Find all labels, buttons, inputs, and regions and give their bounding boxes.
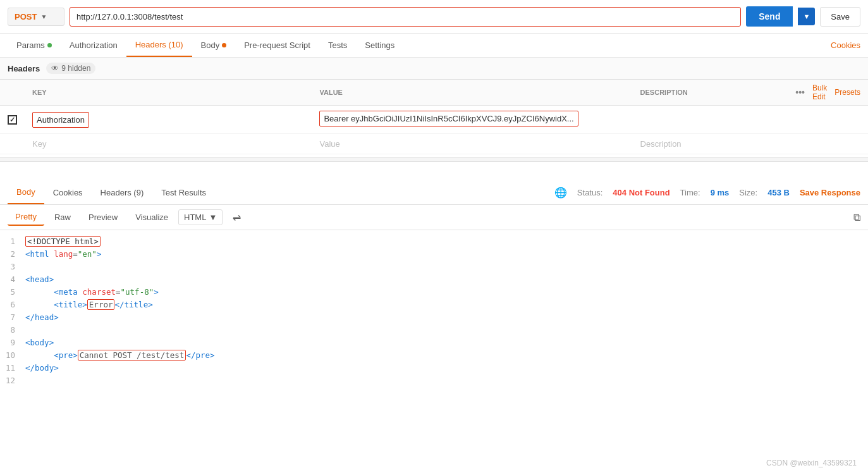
fmt-preview-button[interactable]: Preview xyxy=(81,209,125,225)
row-desc-cell[interactable] xyxy=(633,106,788,134)
fmt-raw-button[interactable]: Raw xyxy=(47,209,78,225)
th-description: DESCRIPTION xyxy=(633,80,788,106)
code-line-5: 5 <meta charset="utf-8"> xyxy=(0,286,868,299)
method-selector[interactable]: POST ▼ xyxy=(8,8,64,26)
line-num-10: 10 xyxy=(0,349,25,362)
line-content-2: <html lang="en"> xyxy=(25,248,868,261)
value-placeholder: Value xyxy=(319,139,339,149)
desc-placeholder: Description xyxy=(640,139,682,149)
time-label: Time: xyxy=(680,188,700,197)
response-tab-headers[interactable]: Headers (9) xyxy=(92,182,153,204)
format-bar: Pretty Raw Preview Visualize HTML ▼ ⇌ ⧉ xyxy=(0,205,868,230)
tab-prerequest[interactable]: Pre-request Script xyxy=(235,34,319,56)
tab-body[interactable]: Body xyxy=(192,34,236,56)
method-chevron-icon: ▼ xyxy=(40,13,47,20)
tab-tests-label: Tests xyxy=(328,40,347,50)
code-line-9: 9 <body> xyxy=(0,336,868,349)
line-content-6: <title>Error</title> xyxy=(25,299,868,311)
save-response-button[interactable]: Save Response xyxy=(800,188,860,197)
response-meta: 🌐 Status: 404 Not Found Time: 9 ms Size:… xyxy=(554,187,860,199)
response-tab-testresults[interactable]: Test Results xyxy=(152,182,215,204)
line-content-1: <!DOCTYPE html> xyxy=(25,235,868,248)
code-line-4: 4 <head> xyxy=(0,273,868,286)
empty-checkbox-cell xyxy=(0,134,25,154)
tab-headers[interactable]: Headers (10) xyxy=(126,34,192,57)
error-token: Error xyxy=(87,299,115,310)
format-select[interactable]: HTML ▼ xyxy=(178,209,223,225)
empty-key-cell[interactable]: Key xyxy=(25,134,312,154)
wrap-icon[interactable]: ⇌ xyxy=(230,209,243,226)
send-button[interactable]: Send xyxy=(746,6,793,27)
line-content-7: </head> xyxy=(25,311,868,324)
tab-headers-label: Headers (10) xyxy=(135,40,183,49)
code-line-6: 6 <title>Error</title> xyxy=(0,299,868,311)
code-line-10: 10 <pre>Cannot POST /test/test</pre> xyxy=(0,349,868,362)
th-checkbox xyxy=(0,80,25,106)
key-placeholder: Key xyxy=(32,139,46,149)
code-line-12: 12 xyxy=(0,374,868,387)
value-value: Bearer eyJhbGciOiJIUzI1NiIsInR5cCI6IkpXV… xyxy=(319,111,578,126)
response-tab-cookies[interactable]: Cookies xyxy=(44,182,92,204)
row-checkbox-cell[interactable] xyxy=(0,106,25,134)
presets-link[interactable]: Presets xyxy=(834,88,860,97)
params-dot xyxy=(47,43,52,47)
bulk-edit-link[interactable]: Bulk Edit xyxy=(812,83,827,101)
line-num-4: 4 xyxy=(0,273,25,286)
tab-tests[interactable]: Tests xyxy=(319,34,356,56)
line-num-2: 2 xyxy=(0,248,25,261)
headers-title: Headers xyxy=(8,64,40,73)
tab-params-label: Params xyxy=(16,40,45,50)
headers-table: KEY VALUE DESCRIPTION ••• Bulk Edit Pres… xyxy=(0,80,868,154)
cookies-link[interactable]: Cookies xyxy=(831,40,860,50)
code-line-1: 1 <!DOCTYPE html> xyxy=(0,235,868,248)
status-value: 404 Not Found xyxy=(613,188,669,197)
request-tabs-bar: Params Authorization Headers (10) Body P… xyxy=(0,34,868,58)
row-value-cell[interactable]: Bearer eyJhbGciOiJIUzI1NiIsInR5cCI6IkpXV… xyxy=(312,106,632,134)
save-button[interactable]: Save xyxy=(820,7,860,27)
line-content-4: <head> xyxy=(25,273,868,286)
fmt-visualize-button[interactable]: Visualize xyxy=(128,209,176,225)
tab-params[interactable]: Params xyxy=(8,34,61,56)
line-num-6: 6 xyxy=(0,299,25,311)
response-tab-testresults-label: Test Results xyxy=(161,188,206,197)
globe-icon: 🌐 xyxy=(554,187,567,199)
tab-prerequest-label: Pre-request Script xyxy=(244,40,310,50)
line-num-11: 11 xyxy=(0,362,25,374)
code-view: 1 <!DOCTYPE html> 2 <html lang="en"> 3 4… xyxy=(0,230,868,392)
time-value: 9 ms xyxy=(711,188,730,197)
copy-icon[interactable]: ⧉ xyxy=(853,212,860,223)
line-num-7: 7 xyxy=(0,311,25,324)
headers-section-header: Headers 👁 9 hidden xyxy=(0,58,868,80)
empty-actions-cell xyxy=(788,134,868,154)
more-icon[interactable]: ••• xyxy=(795,87,805,97)
line-num-9: 9 xyxy=(0,336,25,349)
response-tab-body[interactable]: Body xyxy=(8,181,44,204)
line-num-8: 8 xyxy=(0,324,25,336)
body-dot xyxy=(222,43,226,47)
format-selected-label: HTML xyxy=(184,213,206,222)
line-content-11: </body> xyxy=(25,362,868,374)
fmt-pretty-button[interactable]: Pretty xyxy=(8,209,44,226)
tab-settings-label: Settings xyxy=(365,40,394,50)
tab-settings[interactable]: Settings xyxy=(356,34,403,56)
table-row-empty: Key Value Description xyxy=(0,134,868,154)
url-input[interactable] xyxy=(70,7,741,27)
size-label: Size: xyxy=(739,188,757,197)
method-label: POST xyxy=(15,12,37,22)
code-line-8: 8 xyxy=(0,324,868,336)
empty-desc-cell[interactable]: Description xyxy=(633,134,788,154)
line-num-12: 12 xyxy=(0,374,25,387)
th-value: VALUE xyxy=(312,80,632,106)
table-row: Authorization Bearer eyJhbGciOiJIUzI1NiI… xyxy=(0,106,868,134)
tab-body-label: Body xyxy=(201,40,220,50)
th-actions: ••• Bulk Edit Presets xyxy=(788,80,868,106)
empty-value-cell[interactable]: Value xyxy=(312,134,632,154)
row-key-cell[interactable]: Authorization xyxy=(25,106,312,134)
row-checkbox[interactable] xyxy=(8,115,17,125)
send-dropdown-button[interactable]: ▼ xyxy=(798,8,815,25)
tab-authorization[interactable]: Authorization xyxy=(61,34,126,56)
tab-authorization-label: Authorization xyxy=(70,40,118,50)
code-line-2: 2 <html lang="en"> xyxy=(0,248,868,261)
line-content-8 xyxy=(25,324,868,336)
response-tabs-bar: Body Cookies Headers (9) Test Results 🌐 … xyxy=(0,181,868,205)
